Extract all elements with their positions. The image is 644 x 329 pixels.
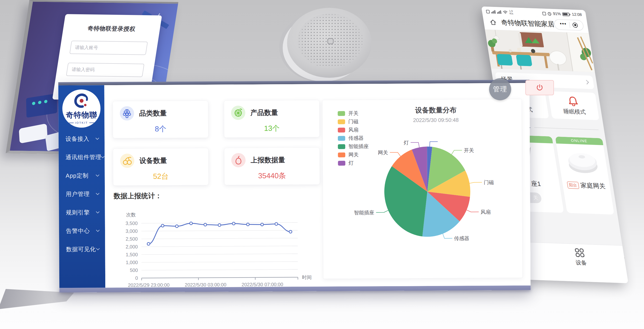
svg-text:时间: 时间 [302, 275, 312, 280]
power-button[interactable] [526, 80, 554, 95]
data-point[interactable] [246, 223, 249, 226]
sidebar-item-comm-components[interactable]: 通讯组件管理 [58, 148, 104, 166]
wifi-icon [502, 10, 508, 14]
legend-swatch [338, 144, 345, 149]
chevron-down-icon [96, 136, 99, 140]
stat-label: 设备数量 [139, 156, 167, 165]
svg-text:1,000: 1,000 [126, 260, 138, 265]
svg-text:0: 0 [135, 275, 138, 281]
pie-slice-label: 风扇 [480, 209, 491, 215]
battery-icon [562, 13, 571, 16]
alarm-icon [547, 12, 552, 16]
device-card-gateway[interactable]: ONLINE 阳台 家庭网关 [555, 137, 614, 215]
data-point[interactable] [147, 242, 150, 245]
clock-time: 12:08 [572, 12, 582, 17]
speaker-image [277, 4, 378, 85]
pie-leader-line [452, 150, 462, 154]
legend-item[interactable]: 传感器 [338, 134, 369, 142]
sidebar-item-alert-center[interactable]: 告警中心 [59, 221, 105, 240]
miniprogram-pill: ••• [554, 19, 584, 31]
battery-percent: 91% [552, 12, 561, 16]
phone-tab-bar: 设备 我 [518, 242, 628, 283]
svg-text:1,500: 1,500 [126, 252, 138, 257]
chevron-down-icon [96, 247, 100, 250]
sidebar-menu: 设备接入 通讯组件管理 App定制 用户管理 规则引擎 告警中心 数据可见化 [58, 129, 105, 258]
lemon-icon [234, 108, 243, 117]
legend-swatch [338, 111, 345, 116]
signal2-icon [497, 10, 501, 14]
stat-value: 52台 [120, 171, 202, 182]
stat-value: 13个 [231, 123, 312, 134]
data-point[interactable] [289, 230, 292, 233]
stat-value: 35440条 [232, 171, 313, 181]
data-point[interactable] [261, 223, 264, 226]
data-point[interactable] [218, 224, 221, 226]
data-point[interactable] [275, 223, 278, 225]
cherry-icon [122, 156, 132, 165]
stat-value: 8个 [120, 124, 201, 134]
sidebar: 奇特物聯 IOTKIT 设备接入 通讯组件管理 App定制 用户管理 规则引擎 … [58, 85, 106, 288]
sidebar-item-rule-engine[interactable]: 规则引擎 [59, 203, 105, 222]
legend-swatch [338, 152, 345, 157]
wall-picture [518, 32, 544, 47]
account-input[interactable] [70, 41, 148, 55]
chevron-down-icon [96, 191, 100, 195]
legend-item[interactable]: 智能插座 [338, 142, 369, 151]
app-title: 奇特物联智能家居 [500, 18, 555, 29]
svg-text:2,500: 2,500 [126, 236, 138, 242]
grape-icon [122, 109, 131, 118]
line-chart[interactable]: 05001,0001,5002,0002,5003,0003,5002022/5… [107, 199, 332, 287]
pie-leader-line [443, 234, 452, 238]
power-icon [536, 84, 544, 92]
svg-text:2,000: 2,000 [126, 244, 138, 249]
more-menu-button[interactable]: ••• [560, 22, 567, 27]
logo-icon [73, 93, 90, 109]
chevron-down-icon [96, 173, 99, 177]
legend-item[interactable]: 风扇 [338, 126, 369, 134]
tab-devices[interactable]: 设备 [565, 247, 596, 267]
mode-card-sleep[interactable]: 睡眠模式 [548, 91, 600, 120]
room-photo [485, 30, 595, 72]
sidebar-item-user-mgmt[interactable]: 用户管理 [59, 185, 105, 203]
scene: 奇特物联登录授权 登录 1.9K/s [0, 0, 644, 329]
stat-card-products: 产品数量 13个 [224, 100, 320, 138]
stat-card-reports: 上报数据量 35440条 [224, 147, 320, 185]
svg-text:2022/5/29 23:00:00: 2022/5/29 23:00:00 [128, 282, 170, 287]
manage-badge[interactable]: 管理 [489, 78, 511, 100]
home-button[interactable] [487, 17, 499, 28]
sidebar-item-device-access[interactable]: 设备接入 [58, 129, 104, 148]
pie-slice-label: 传感器 [454, 235, 469, 241]
svg-text:2022/5/30 07:00:00: 2022/5/30 07:00:00 [242, 282, 283, 287]
password-input[interactable] [66, 63, 144, 77]
data-point[interactable] [175, 225, 178, 227]
tab-me[interactable]: 我 [613, 249, 628, 269]
legend-swatch [338, 136, 345, 141]
pie-legend: 开关 门磁 风扇 传感器 智能插座 网关 灯 [338, 109, 369, 167]
pie-leader-line [411, 142, 420, 147]
legend-item[interactable]: 开关 [338, 109, 368, 118]
device-name: 家庭网关 [580, 181, 606, 190]
tab-label: 我 [626, 261, 628, 268]
sim-icon [486, 10, 490, 13]
pie-chart-panel: 设备数量分布 2022/5/30 09:50:48 开关门磁风扇传感器智能插座网… [322, 99, 523, 279]
pear-icon [234, 155, 242, 165]
close-circle-button[interactable] [572, 22, 578, 28]
pie-slice-label: 开关 [464, 147, 474, 153]
legend-item[interactable]: 网关 [338, 150, 369, 159]
legend-item[interactable]: 门磁 [338, 117, 368, 126]
svg-text:3,500: 3,500 [126, 221, 138, 226]
data-point[interactable] [161, 224, 164, 227]
data-point[interactable] [204, 223, 206, 226]
grid-icon [574, 248, 586, 258]
data-point[interactable] [190, 222, 192, 225]
sidebar-item-app-custom[interactable]: App定制 [59, 166, 105, 185]
pie-leader-line [376, 210, 388, 212]
sidebar-item-data-visual[interactable]: 数据可见化 [59, 240, 105, 258]
home-icon [489, 19, 497, 26]
bell-icon [567, 96, 579, 106]
data-point[interactable] [232, 222, 235, 225]
room-tag: 阳台 [566, 181, 579, 189]
legend-swatch [338, 161, 345, 165]
pie-leader-line [470, 182, 482, 183]
legend-item[interactable]: 灯 [338, 159, 369, 167]
